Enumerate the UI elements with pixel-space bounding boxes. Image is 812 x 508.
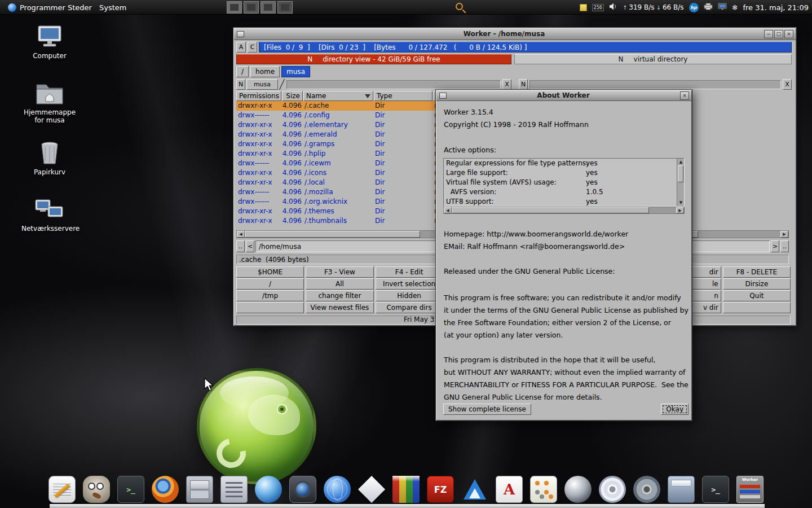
scroll-left-icon[interactable]: ◀ xyxy=(444,207,452,213)
sphere-app-icon[interactable] xyxy=(564,476,592,503)
scrollbar-trough[interactable] xyxy=(452,207,676,213)
bank-button-home[interactable]: $HOME xyxy=(236,266,304,278)
bank-button-all[interactable]: All xyxy=(306,278,373,290)
window-thumbnail[interactable] xyxy=(244,1,259,14)
path-segment-root[interactable]: / xyxy=(236,66,249,77)
bank-button-invert-selection[interactable]: Invert selection xyxy=(376,278,443,290)
camera-icon[interactable] xyxy=(289,476,316,503)
new-tab-button[interactable]: N xyxy=(236,79,245,90)
display-icon[interactable] xyxy=(718,3,727,12)
menu-system[interactable]: System xyxy=(95,0,131,15)
column-name[interactable]: Name xyxy=(303,91,373,101)
column-size[interactable]: Size xyxy=(282,91,303,101)
color-pencils-icon[interactable] xyxy=(392,476,420,503)
column-type[interactable]: Type xyxy=(374,91,433,101)
bank-button-f4-edit[interactable]: F4 - Edit xyxy=(376,266,443,278)
scrollbar-thumb[interactable] xyxy=(678,165,683,182)
cd-burner-icon[interactable] xyxy=(599,476,626,503)
maximize-button[interactable]: □ xyxy=(774,30,783,38)
scrollbar-thumb[interactable] xyxy=(245,231,420,238)
worker-titlebar[interactable]: Worker - /home/musa − □ × xyxy=(234,28,796,40)
hp-device-icon[interactable]: hp xyxy=(689,3,699,12)
show-complete-license-button[interactable]: Show complete license xyxy=(443,404,531,415)
scrollbar-trough[interactable] xyxy=(677,165,684,199)
desktop-icon-trash[interactable]: Papirkurv xyxy=(21,140,78,176)
scanner-icon[interactable] xyxy=(668,476,695,503)
bank-button-view-newest-files[interactable]: View newest files xyxy=(306,302,373,313)
search-icon[interactable] xyxy=(456,3,463,10)
close-tab-button[interactable]: X xyxy=(502,79,511,90)
desktop-icon-home[interactable]: Hjemmemappe for musa xyxy=(21,81,78,124)
gimp-icon[interactable] xyxy=(83,476,110,503)
weather-icon[interactable]: ❄ xyxy=(732,3,738,12)
terminal-icon[interactable]: >_ xyxy=(117,476,144,503)
file-manager-icon[interactable] xyxy=(220,476,248,503)
dialog-titlebar[interactable]: About Worker × xyxy=(436,90,691,101)
filezilla-icon[interactable]: FZ xyxy=(427,476,454,503)
bank-button-compare-dirs[interactable]: Compare dirs xyxy=(376,302,443,313)
window-thumbnail[interactable] xyxy=(261,1,276,14)
new-tab-button[interactable]: N xyxy=(519,79,528,90)
volume-icon[interactable] xyxy=(609,3,617,12)
window-thumbnail[interactable] xyxy=(227,1,242,14)
window-switcher[interactable] xyxy=(227,1,293,14)
bank-button-quit[interactable]: Quit xyxy=(723,290,791,301)
window-thumbnail[interactable] xyxy=(277,1,293,14)
archive-manager-icon[interactable] xyxy=(186,476,213,503)
scroll-right-icon[interactable]: ▶ xyxy=(676,207,684,213)
scrollbar-thumb[interactable] xyxy=(452,207,649,213)
tray-badge[interactable]: 256 xyxy=(592,4,604,11)
bank-button-hidden[interactable]: Hidden xyxy=(376,290,443,301)
column-permissions[interactable]: Permissions xyxy=(236,91,281,101)
parent-dir-button[interactable]: .. xyxy=(780,240,789,252)
close-icon[interactable]: × xyxy=(680,91,689,100)
close-button[interactable]: × xyxy=(784,30,793,38)
printer-icon[interactable] xyxy=(704,3,713,12)
bank-a-button[interactable]: A xyxy=(236,42,246,52)
okay-button[interactable]: Okay xyxy=(661,404,689,415)
file-name: /.local xyxy=(304,178,325,187)
bank-button-f8-delete[interactable]: F8 - DELETE xyxy=(723,266,791,278)
scroll-up-icon[interactable]: ▲ xyxy=(677,159,685,165)
scroll-right-icon[interactable]: ▶ xyxy=(780,231,788,238)
clock[interactable]: fre 31. maj, 21:09 xyxy=(743,3,809,12)
path-segment-home[interactable]: home xyxy=(250,66,280,77)
abiword-icon[interactable]: A xyxy=(496,476,523,503)
worker-app-icon[interactable]: Worker xyxy=(736,476,764,503)
options-hscrollbar[interactable]: ◀ ▶ xyxy=(443,207,685,214)
network-monitor[interactable]: ↑ 319 B/s ↓ 66 B/s xyxy=(623,3,684,11)
bank-button-f3-view[interactable]: F3 - View xyxy=(306,266,373,278)
parent-dir-button[interactable]: .. xyxy=(236,240,245,252)
bank-button-change-filter[interactable]: change filter xyxy=(306,290,373,301)
scroll-left-icon[interactable]: ◀ xyxy=(237,231,245,238)
bank-button-root[interactable]: / xyxy=(236,278,304,290)
right-pane-mode-bar[interactable]: N virtual directory xyxy=(514,54,792,64)
bank-c-button[interactable]: C xyxy=(248,42,257,52)
bank-button-tmp[interactable]: /tmp xyxy=(236,290,304,301)
options-vscrollbar[interactable]: ▲ ▼ xyxy=(677,159,684,206)
web-browser-orb-icon[interactable] xyxy=(255,476,282,503)
tab-musa[interactable]: musa xyxy=(246,79,278,90)
desktop-icon-network[interactable]: Netværksservere xyxy=(21,199,78,233)
path-segment-musa[interactable]: musa xyxy=(281,66,310,77)
firefox-icon[interactable] xyxy=(152,476,179,503)
dominoes-icon[interactable] xyxy=(530,476,557,503)
history-forward-button[interactable]: > xyxy=(771,240,779,252)
inkscape-icon[interactable] xyxy=(358,476,385,503)
menu-programmer[interactable]: Programmer xyxy=(3,0,70,15)
bank-button-dirsize[interactable]: Dirsize xyxy=(723,278,791,290)
web-browser-globe-icon[interactable] xyxy=(324,476,351,503)
notes-applet-icon[interactable] xyxy=(580,4,587,11)
close-tab-button[interactable]: X xyxy=(783,79,792,90)
blue-triangle-app-icon[interactable] xyxy=(461,476,488,503)
scroll-down-icon[interactable]: ▼ xyxy=(677,199,685,206)
minimize-button[interactable]: − xyxy=(764,30,773,38)
bottom-taskbar[interactable] xyxy=(50,504,765,508)
disc-utility-icon[interactable] xyxy=(633,476,660,503)
menu-steder[interactable]: Steder xyxy=(63,0,96,15)
text-editor-icon[interactable] xyxy=(48,476,76,503)
history-back-button[interactable]: < xyxy=(246,240,254,252)
left-pane-mode-bar[interactable]: N directory view - 42 GiB/59 GiB free xyxy=(236,54,511,64)
terminal-2-icon[interactable]: >_ xyxy=(702,476,729,503)
desktop-icon-computer[interactable]: Computer xyxy=(21,25,78,60)
